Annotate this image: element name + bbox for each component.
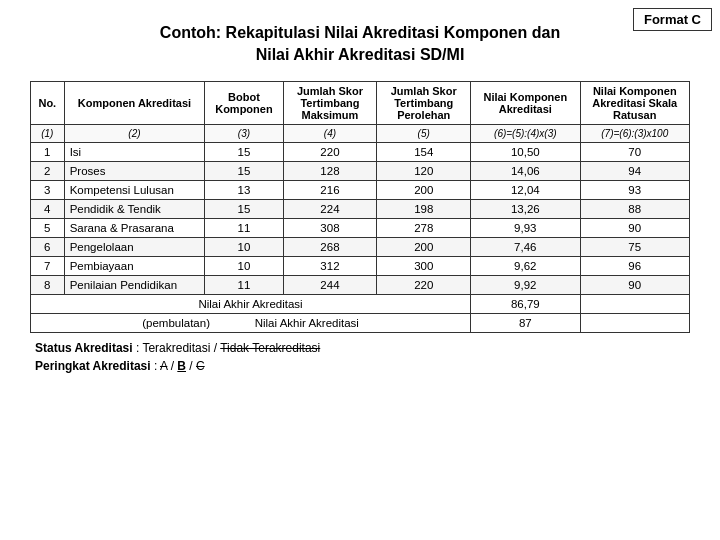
table-row: 8 Penilaian Pendidikan 11 244 220 9,92 9… bbox=[31, 275, 690, 294]
cell-skala: 70 bbox=[580, 142, 689, 161]
cell-nilai: 10,50 bbox=[471, 142, 580, 161]
status-value-normal: Terakreditasi / bbox=[142, 341, 220, 355]
cell-per: 220 bbox=[377, 275, 471, 294]
cell-komponen: Penilaian Pendidikan bbox=[64, 275, 205, 294]
cell-nilai: 12,04 bbox=[471, 180, 580, 199]
cell-komponen: Proses bbox=[64, 161, 205, 180]
format-badge-label: Format C bbox=[644, 12, 701, 27]
peringkat-c: C bbox=[196, 359, 205, 373]
cell-komponen: Pengelolaan bbox=[64, 237, 205, 256]
cell-skala: 94 bbox=[580, 161, 689, 180]
summary-row-1: Nilai Akhir Akreditasi 86,79 bbox=[31, 294, 690, 313]
page-title: Contoh: Rekapitulasi Nilai Akreditasi Ko… bbox=[30, 22, 690, 67]
cell-per: 200 bbox=[377, 237, 471, 256]
header-jml-per: Jumlah Skor Tertimbang Perolehan bbox=[377, 81, 471, 124]
cell-no: 8 bbox=[31, 275, 65, 294]
peringkat-label: Peringkat Akreditasi bbox=[35, 359, 151, 373]
table-body: 1 Isi 15 220 154 10,50 70 2 Proses 15 12… bbox=[31, 142, 690, 294]
header-bobot: Bobot Komponen bbox=[205, 81, 283, 124]
cell-nilai: 9,93 bbox=[471, 218, 580, 237]
main-content: Contoh: Rekapitulasi Nilai Akreditasi Ko… bbox=[0, 12, 720, 383]
header-no: No. bbox=[31, 81, 65, 124]
cell-bobot: 15 bbox=[205, 161, 283, 180]
table-row: 3 Kompetensi Lulusan 13 216 200 12,04 93 bbox=[31, 180, 690, 199]
table-row: 5 Sarana & Prasarana 11 308 278 9,93 90 bbox=[31, 218, 690, 237]
footer-section: Status Akreditasi : Terakreditasi / Tida… bbox=[30, 341, 690, 373]
status-label: Status Akreditasi bbox=[35, 341, 133, 355]
format-badge: Format C bbox=[633, 8, 712, 31]
table-row: 1 Isi 15 220 154 10,50 70 bbox=[31, 142, 690, 161]
cell-komponen: Sarana & Prasarana bbox=[64, 218, 205, 237]
cell-per: 154 bbox=[377, 142, 471, 161]
cell-maks: 244 bbox=[283, 275, 377, 294]
cell-bobot: 15 bbox=[205, 199, 283, 218]
cell-maks: 312 bbox=[283, 256, 377, 275]
cell-skala: 96 bbox=[580, 256, 689, 275]
table-header-row: No. Komponen Akreditasi Bobot Komponen J… bbox=[31, 81, 690, 124]
header-jml-maks: Jumlah Skor Tertimbang Maksimum bbox=[283, 81, 377, 124]
cell-no: 1 bbox=[31, 142, 65, 161]
cell-no: 6 bbox=[31, 237, 65, 256]
summary1-label: Nilai Akhir Akreditasi bbox=[31, 294, 471, 313]
table-row: 7 Pembiayaan 10 312 300 9,62 96 bbox=[31, 256, 690, 275]
cell-maks: 268 bbox=[283, 237, 377, 256]
cell-per: 300 bbox=[377, 256, 471, 275]
table-row: 2 Proses 15 128 120 14,06 94 bbox=[31, 161, 690, 180]
cell-no: 4 bbox=[31, 199, 65, 218]
summary2-empty bbox=[580, 313, 689, 332]
cell-bobot: 10 bbox=[205, 237, 283, 256]
cell-maks: 216 bbox=[283, 180, 377, 199]
cell-komponen: Kompetensi Lulusan bbox=[64, 180, 205, 199]
table-row: 6 Pengelolaan 10 268 200 7,46 75 bbox=[31, 237, 690, 256]
cell-no: 3 bbox=[31, 180, 65, 199]
header-komponen: Komponen Akreditasi bbox=[64, 81, 205, 124]
title-line1: Contoh: Rekapitulasi Nilai Akreditasi Ko… bbox=[160, 24, 560, 41]
cell-no: 5 bbox=[31, 218, 65, 237]
cell-bobot: 13 bbox=[205, 180, 283, 199]
summary2-with-note: (pembulatan) Nilai Akhir Akreditasi bbox=[31, 313, 471, 332]
title-line2: Nilai Akhir Akreditasi SD/MI bbox=[256, 46, 465, 63]
status-value-strikethrough: Tidak Terakreditasi bbox=[220, 341, 320, 355]
cell-skala: 88 bbox=[580, 199, 689, 218]
cell-per: 120 bbox=[377, 161, 471, 180]
cell-no: 2 bbox=[31, 161, 65, 180]
cell-bobot: 10 bbox=[205, 256, 283, 275]
subheader-7: (7)=(6):(3)x100 bbox=[580, 124, 689, 142]
cell-skala: 75 bbox=[580, 237, 689, 256]
akreditasi-table: No. Komponen Akreditasi Bobot Komponen J… bbox=[30, 81, 690, 333]
header-nilai-komp: Nilai Komponen Akreditasi bbox=[471, 81, 580, 124]
cell-skala: 90 bbox=[580, 218, 689, 237]
cell-maks: 308 bbox=[283, 218, 377, 237]
cell-bobot: 11 bbox=[205, 275, 283, 294]
cell-komponen: Isi bbox=[64, 142, 205, 161]
status-line: Status Akreditasi : Terakreditasi / Tida… bbox=[35, 341, 690, 355]
subheader-5: (5) bbox=[377, 124, 471, 142]
subheader-3: (3) bbox=[205, 124, 283, 142]
peringkat-slash2: / bbox=[189, 359, 196, 373]
summary2-nilai: 87 bbox=[471, 313, 580, 332]
peringkat-line: Peringkat Akreditasi : A / B / C bbox=[35, 359, 690, 373]
cell-no: 7 bbox=[31, 256, 65, 275]
subheader-4: (4) bbox=[283, 124, 377, 142]
table-footer: Nilai Akhir Akreditasi 86,79 (pembulatan… bbox=[31, 294, 690, 332]
cell-maks: 128 bbox=[283, 161, 377, 180]
subheader-6: (6)=(5):(4)x(3) bbox=[471, 124, 580, 142]
summary2-note: (pembulatan) bbox=[142, 317, 210, 329]
table-subheader-row: (1) (2) (3) (4) (5) (6)=(5):(4)x(3) (7)=… bbox=[31, 124, 690, 142]
peringkat-a: A bbox=[160, 359, 167, 373]
cell-nilai: 14,06 bbox=[471, 161, 580, 180]
table-row: 4 Pendidik & Tendik 15 224 198 13,26 88 bbox=[31, 199, 690, 218]
cell-skala: 90 bbox=[580, 275, 689, 294]
cell-bobot: 11 bbox=[205, 218, 283, 237]
cell-nilai: 13,26 bbox=[471, 199, 580, 218]
cell-nilai: 7,46 bbox=[471, 237, 580, 256]
cell-maks: 220 bbox=[283, 142, 377, 161]
subheader-2: (2) bbox=[64, 124, 205, 142]
header-nilai-skala: Nilai Komponen Akreditasi Skala Ratusan bbox=[580, 81, 689, 124]
cell-komponen: Pendidik & Tendik bbox=[64, 199, 205, 218]
cell-bobot: 15 bbox=[205, 142, 283, 161]
summary1-empty bbox=[580, 294, 689, 313]
cell-per: 200 bbox=[377, 180, 471, 199]
cell-nilai: 9,92 bbox=[471, 275, 580, 294]
summary-row-2: (pembulatan) Nilai Akhir Akreditasi 87 bbox=[31, 313, 690, 332]
